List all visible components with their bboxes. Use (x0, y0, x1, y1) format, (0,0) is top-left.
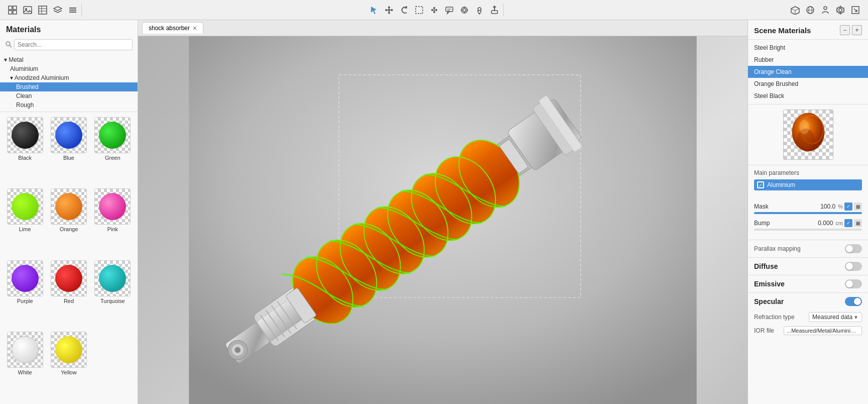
aluminium-row[interactable]: ✓ Aluminium (754, 179, 862, 190)
tab-close-button[interactable]: × (193, 25, 197, 32)
right-panel: Scene Materials − + Steel Bright Rubber … (748, 20, 868, 404)
emissive-toggle[interactable] (845, 279, 862, 288)
mask-unit: % (838, 204, 843, 210)
scene-item-steel-black[interactable]: Steel Black (748, 90, 868, 102)
scene-materials-title: Scene Materials (754, 26, 811, 35)
move-tool[interactable] (383, 4, 396, 17)
swatch-red[interactable]: Red (49, 260, 88, 328)
scene-item-orange-brushed[interactable]: Orange Brushed (748, 78, 868, 90)
right-panel-header: Scene Materials − + (748, 20, 868, 40)
svg-point-40 (824, 7, 827, 10)
svg-line-43 (854, 9, 857, 12)
svg-rect-2 (9, 11, 12, 14)
cursor-tool[interactable] (367, 4, 381, 17)
scatter-tool[interactable] (428, 4, 441, 17)
swatch-black[interactable]: Black (5, 117, 45, 184)
viewport[interactable]: shock absorber × (138, 20, 748, 404)
top-toolbar (0, 0, 868, 20)
tree-item-clean[interactable]: Clean (0, 91, 138, 100)
params-title: Main parameters (754, 169, 862, 176)
swatch-purple[interactable]: Purple (5, 260, 45, 328)
minus-button[interactable]: − (840, 25, 850, 35)
ior-label: IOR file (754, 327, 782, 334)
svg-point-44 (6, 42, 10, 46)
swatch-turquoise[interactable]: Turquoise (93, 260, 133, 328)
resize-icon[interactable] (849, 4, 862, 17)
plus-button[interactable]: + (852, 25, 862, 35)
bump-label: Bump (754, 220, 803, 227)
mask-value: 100.0 (805, 203, 835, 210)
parallax-toggle[interactable] (845, 244, 862, 253)
svg-rect-3 (13, 11, 17, 14)
tree-item-aluminium[interactable]: Aluminium (0, 64, 138, 73)
globe-icon[interactable] (804, 4, 817, 17)
parallax-label: Parallax mapping (754, 245, 801, 252)
diffuse-toggle[interactable] (845, 262, 862, 271)
tab-label: shock absorber (149, 25, 190, 32)
target-tool[interactable] (458, 4, 471, 17)
tree-item-rough[interactable]: Rough (0, 100, 138, 110)
bump-check-icon[interactable]: ✓ (844, 219, 852, 227)
mask-slider[interactable] (754, 212, 862, 214)
person-icon[interactable] (819, 4, 832, 17)
bump-layers-icon[interactable]: ⊞ (854, 219, 862, 227)
gear-icon[interactable] (834, 4, 847, 17)
mask-row: Mask 100.0 % ✓ ⊞ (754, 203, 862, 214)
comment-tool[interactable] (443, 4, 456, 17)
swatch-orange[interactable]: Orange (49, 188, 88, 256)
svg-marker-14 (371, 7, 377, 14)
scene-item-steel-bright[interactable]: Steel Bright (748, 42, 868, 54)
swatch-lime[interactable]: Lime (5, 188, 45, 256)
left-toolbar-group (4, 4, 82, 17)
rotate-tool[interactable] (398, 4, 411, 17)
swatch-yellow[interactable]: Yellow (49, 332, 88, 399)
swatch-white[interactable]: White (5, 332, 45, 399)
svg-rect-6 (39, 6, 47, 14)
specular-toggle[interactable] (845, 297, 862, 306)
bump-value: 0.000 (803, 220, 833, 227)
scene-materials-list: Steel Bright Rubber Orange Clean Orange … (748, 40, 868, 105)
svg-rect-33 (491, 11, 498, 14)
diffuse-label: Diffuse (754, 262, 778, 270)
svg-point-21 (433, 11, 435, 13)
refraction-dropdown[interactable]: Measured data ▼ (809, 312, 862, 322)
svg-point-83 (799, 120, 809, 134)
mask-section: Mask 100.0 % ✓ ⊞ Bump 0.000 cm (748, 198, 868, 240)
scene-item-orange-clean[interactable]: Orange Clean (748, 66, 868, 78)
grid-icon[interactable] (6, 4, 19, 17)
image-icon[interactable] (21, 4, 34, 17)
cube-icon[interactable] (789, 4, 802, 17)
table-icon[interactable] (36, 4, 49, 17)
material-swatch-grid: Black Blue Green Lime Orange Pink (0, 112, 138, 404)
emissive-section: Emissive (748, 275, 868, 292)
aluminium-checkbox[interactable]: ✓ (757, 181, 764, 188)
tree-item-metal[interactable]: ▾ Metal (0, 55, 138, 64)
scene-item-rubber[interactable]: Rubber (748, 54, 868, 66)
bump-row: Bump 0.000 cm ✓ ⊞ (754, 219, 862, 231)
export-tool[interactable] (488, 4, 501, 17)
pin-tool[interactable] (473, 4, 486, 17)
specular-label: Specular (754, 297, 784, 306)
swatch-pink[interactable]: Pink (93, 188, 133, 256)
layers-icon[interactable] (51, 4, 64, 17)
tree-item-anodized[interactable]: ▾ Anodized Aluminium (0, 73, 138, 82)
svg-point-18 (431, 9, 433, 11)
mask-label: Mask (754, 203, 805, 210)
search-bar (0, 37, 138, 53)
bump-slider[interactable] (754, 229, 862, 231)
parallax-section: Parallax mapping (748, 240, 868, 257)
search-input[interactable] (14, 39, 133, 50)
swatch-green[interactable]: Green (93, 117, 133, 184)
frame-tool[interactable] (413, 4, 426, 17)
main-parameters: Main parameters ✓ Aluminium (748, 165, 868, 198)
viewport-content[interactable] (138, 36, 748, 404)
mask-check-icon[interactable]: ✓ (844, 203, 852, 211)
refraction-value: Measured data (812, 314, 852, 321)
tree-item-brushed[interactable]: Brushed (0, 82, 138, 91)
menu-icon[interactable] (66, 4, 79, 17)
shock-absorber-tab[interactable]: shock absorber × (142, 22, 203, 34)
swatch-blue[interactable]: Blue (49, 117, 88, 184)
mask-layers-icon[interactable]: ⊞ (854, 203, 862, 211)
diffuse-section: Diffuse (748, 257, 868, 275)
svg-point-32 (478, 8, 481, 11)
